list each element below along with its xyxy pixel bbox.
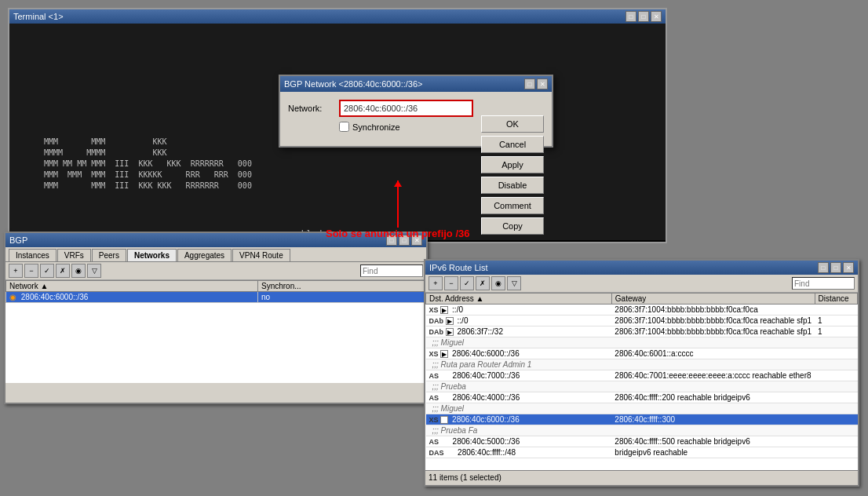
ipv6-minimize-button[interactable]: □ <box>818 262 829 273</box>
table-row[interactable]: XS ▶ ::/0 2806:3f7:1004:bbbb:bbbb:bbbb:f… <box>426 305 858 315</box>
ipv6-table-container: Dst. Address ▲ Gateway Distance XS ▶ ::/… <box>425 293 858 470</box>
expand-icon[interactable]: ▶ <box>440 416 448 424</box>
ipv6-disable-button[interactable]: ✗ <box>476 276 490 290</box>
table-row[interactable]: DAb ▶ ::/0 2806:3f7:1004:bbbb:bbbb:bbbb:… <box>426 315 858 326</box>
distance-cell <box>815 392 857 403</box>
ipv6-add-button[interactable]: + <box>429 276 443 290</box>
group-row: ;;; Miguel <box>426 337 858 348</box>
ipv6-status-text: 11 items (1 selected) <box>429 473 501 482</box>
terminal-titlebar: Terminal <1> □ □ ✕ <box>9 9 666 24</box>
bgp-window: BGP □ □ ✕ Instances VRFs Peers Networks … <box>4 232 428 404</box>
distance-cell: 1 <box>815 326 857 337</box>
table-row[interactable]: XS ▶ 2806:40c:6000::/36 2806:40c:ffff::3… <box>426 414 858 425</box>
cancel-button[interactable]: Cancel <box>481 136 544 153</box>
tab-networks[interactable]: Networks <box>127 249 177 261</box>
terminal-minimize-button[interactable]: □ <box>625 11 636 22</box>
enable-button[interactable]: ✓ <box>40 264 54 278</box>
tab-vpn4route[interactable]: VPN4 Route <box>232 249 290 261</box>
bgp-maximize-button[interactable]: □ <box>399 235 410 246</box>
address-cell: AS 2806:40c:4000::/36 <box>426 392 612 403</box>
distance-cell <box>815 436 857 447</box>
expand-icon[interactable]: ▶ <box>440 306 448 314</box>
table-row[interactable]: DAS 2806:40c:ffff::/48 bridgeipv6 reacha… <box>426 447 858 458</box>
route-type: DAS <box>429 449 444 457</box>
ipv6-config-button[interactable]: ◉ <box>491 276 505 290</box>
dialog-close-button[interactable]: ✕ <box>537 78 548 89</box>
ipv6-title: IPv6 Route List <box>429 263 488 272</box>
network-label: Network: <box>288 104 339 113</box>
table-row[interactable]: AS 2806:40c:7000::/36 2806:40c:7001:eeee… <box>426 370 858 381</box>
dialog-titlebar: BGP Network <2806:40c:6000::/36> □ ✕ <box>280 76 552 92</box>
bgp-table-container: Network ▲ Synchron... ◉ 2806:40c:6000::/… <box>5 280 426 383</box>
route-type: DAb <box>429 328 444 336</box>
bgp-find-input[interactable] <box>360 264 423 277</box>
col-synchronize[interactable]: Synchron... <box>258 281 426 292</box>
table-row[interactable]: AS 2806:40c:4000::/36 2806:40c:ffff::200… <box>426 392 858 403</box>
ipv6-toolbar: + − ✓ ✗ ◉ ▽ <box>425 275 858 293</box>
gateway-cell: bridgeipv6 reachable <box>611 447 815 458</box>
group-row: ;;; Prueba <box>426 381 858 392</box>
address-cell: DAb ▶ ::/0 <box>426 315 612 326</box>
route-type: XS <box>429 350 439 358</box>
table-row[interactable]: ◉ 2806:40c:6000::/36 no <box>6 292 426 303</box>
filter-button[interactable]: ▽ <box>87 264 101 278</box>
gateway-cell: 2806:3f7:1004:bbbb:bbbb:bbbb:f0ca:f0ca <box>611 305 815 315</box>
bgp-toolbar: + − ✓ ✗ ◉ ▽ <box>5 262 426 280</box>
bgp-close-button[interactable]: ✕ <box>411 235 422 246</box>
col-network[interactable]: Network ▲ <box>6 281 258 292</box>
ipv6-enable-button[interactable]: ✓ <box>460 276 474 290</box>
address-cell: AS 2806:40c:7000::/36 <box>426 370 612 381</box>
gateway-cell: 2806:3f7:1004:bbbb:bbbb:bbbb:f0ca:f0ca r… <box>611 326 815 337</box>
dialog-window-controls: □ ✕ <box>524 78 548 89</box>
table-row[interactable]: DAb ▶ 2806:3f7::/32 2806:3f7:1004:bbbb:b… <box>426 326 858 337</box>
terminal-close-button[interactable]: ✕ <box>651 11 662 22</box>
network-input[interactable] <box>339 100 473 117</box>
bgp-titlebar: BGP □ □ ✕ <box>5 233 426 247</box>
disable-button[interactable]: Disable <box>481 177 544 194</box>
col-gateway[interactable]: Gateway <box>611 294 815 305</box>
dialog-title: BGP Network <2806:40c:6000::/36> <box>284 79 423 89</box>
address-cell: DAS 2806:40c:ffff::/48 <box>426 447 612 458</box>
col-dst-address[interactable]: Dst. Address ▲ <box>426 294 612 305</box>
expand-icon[interactable]: ▶ <box>446 328 454 336</box>
address-cell: DAb ▶ 2806:3f7::/32 <box>426 326 612 337</box>
gateway-cell: 2806:3f7:1004:bbbb:bbbb:bbbb:f0ca:f0ca r… <box>611 315 815 326</box>
col-distance[interactable]: Distance <box>815 294 857 305</box>
ipv6-close-button[interactable]: ✕ <box>843 262 854 273</box>
terminal-maximize-button[interactable]: □ <box>638 11 649 22</box>
config-button[interactable]: ◉ <box>71 264 86 278</box>
expand-icon[interactable]: ▶ <box>446 317 454 325</box>
bgp-title: BGP <box>9 235 27 245</box>
network-row: Network: <box>288 100 473 117</box>
table-row[interactable]: XS ▶ 2806:40c:6000::/36 2806:40c:6001::a… <box>426 348 858 359</box>
distance-cell <box>815 447 857 458</box>
distance-cell: 1 <box>815 315 857 326</box>
sync-cell: no <box>258 292 426 303</box>
bgp-minimize-button[interactable]: □ <box>386 235 397 246</box>
add-button[interactable]: + <box>9 264 23 278</box>
tab-peers[interactable]: Peers <box>92 249 126 261</box>
bgp-table: Network ▲ Synchron... ◉ 2806:40c:6000::/… <box>5 280 426 303</box>
comment-button[interactable]: Comment <box>481 197 544 214</box>
tab-aggregates[interactable]: Aggregates <box>177 249 232 261</box>
table-row[interactable]: AS 2806:40c:5000::/36 2806:40c:ffff::500… <box>426 436 858 447</box>
dialog-maximize-button[interactable]: □ <box>524 78 535 89</box>
ipv6-maximize-button[interactable]: □ <box>830 262 841 273</box>
disable-button[interactable]: ✗ <box>56 264 70 278</box>
ok-button[interactable]: OK <box>481 115 544 133</box>
synchronize-checkbox[interactable] <box>339 122 349 132</box>
expand-icon[interactable]: ▶ <box>440 350 448 358</box>
remove-button[interactable]: − <box>24 264 38 278</box>
apply-button[interactable]: Apply <box>481 156 544 173</box>
tab-vrfs[interactable]: VRFs <box>57 249 91 261</box>
ipv6-filter-button[interactable]: ▽ <box>507 276 521 290</box>
ipv6-remove-button[interactable]: − <box>444 276 458 290</box>
copy-button[interactable]: Copy <box>481 217 544 235</box>
tab-instances[interactable]: Instances <box>9 249 57 261</box>
group-row: ;;; Ruta para Router Admin 1 <box>426 359 858 370</box>
ipv6-find-input[interactable] <box>792 277 855 290</box>
route-type: DAb <box>429 317 444 325</box>
route-type: AS <box>429 394 439 402</box>
route-type: AS <box>429 438 439 446</box>
ipv6-status-bar: 11 items (1 selected) <box>425 470 858 484</box>
